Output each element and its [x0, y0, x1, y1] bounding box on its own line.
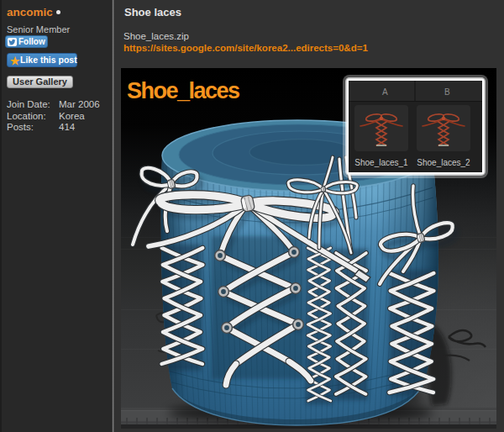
svg-text:Shoe_laces: Shoe_laces: [127, 78, 239, 103]
svg-text:A: A: [382, 87, 388, 97]
svg-text:Shoe_laces_1: Shoe_laces_1: [354, 158, 408, 167]
svg-text:B: B: [444, 87, 450, 97]
svg-text:Shoe_laces_2: Shoe_laces_2: [417, 158, 470, 167]
